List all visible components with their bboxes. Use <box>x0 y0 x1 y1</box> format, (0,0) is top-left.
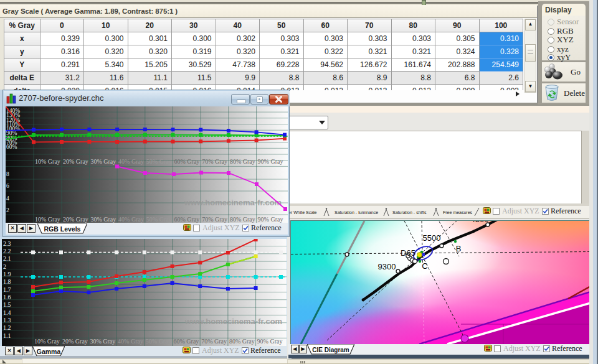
svg-text:10% Gray: 10% Gray <box>35 158 60 165</box>
svg-text:50% Gray: 50% Gray <box>146 158 172 165</box>
svg-text:2.2: 2.2 <box>3 248 11 254</box>
svg-text:CIE Diagram: CIE Diagram <box>312 347 349 353</box>
svg-text:80% Gray: 80% Gray <box>230 216 255 223</box>
svg-text:B: B <box>456 244 462 253</box>
svg-text:2.1: 2.1 <box>3 255 11 262</box>
svg-text:1.5: 1.5 <box>3 301 11 308</box>
svg-text:1.2: 1.2 <box>3 324 11 331</box>
svg-text:30% Gray: 30% Gray <box>90 338 115 345</box>
svg-text:60%: 60% <box>6 144 17 150</box>
svg-text:2.3: 2.3 <box>3 240 11 247</box>
svg-text:40% Gray: 40% Gray <box>118 338 143 345</box>
svg-text:60% Gray: 60% Gray <box>174 216 200 223</box>
svg-text:1.1: 1.1 <box>3 332 11 339</box>
svg-text:60% Gray: 60% Gray <box>174 338 199 345</box>
svg-text:www.homecinema-fr.com: www.homecinema-fr.com <box>184 317 282 326</box>
svg-text:8: 8 <box>6 171 9 177</box>
svg-text:2: 2 <box>6 207 9 213</box>
svg-text:40% Gray: 40% Gray <box>118 216 144 223</box>
svg-text:9300: 9300 <box>378 262 396 271</box>
svg-text:50% Gray: 50% Gray <box>146 338 171 345</box>
svg-text:90% Gray: 90% Gray <box>257 338 283 345</box>
svg-text:20% Gray: 20% Gray <box>63 216 88 223</box>
svg-text:1.4: 1.4 <box>3 309 11 316</box>
svg-text:1.8: 1.8 <box>3 278 11 285</box>
svg-text:6: 6 <box>6 183 9 189</box>
svg-text:C: C <box>422 261 427 271</box>
svg-text:4500: 4500 <box>471 221 489 224</box>
svg-text:30% Gray: 30% Gray <box>90 216 116 223</box>
svg-text:30% Gray: 30% Gray <box>90 158 116 165</box>
svg-text:70% Gray: 70% Gray <box>201 338 227 345</box>
svg-text:1.3: 1.3 <box>3 317 11 324</box>
svg-text:RGB Levels: RGB Levels <box>44 225 81 233</box>
svg-text:5500: 5500 <box>423 233 441 243</box>
svg-text:D65: D65 <box>401 248 415 258</box>
svg-text:2: 2 <box>3 263 6 270</box>
svg-text:1.7: 1.7 <box>3 286 11 293</box>
svg-text:70% Gray: 70% Gray <box>202 158 227 165</box>
svg-text:90% Gray: 90% Gray <box>258 216 283 223</box>
svg-text:1.6: 1.6 <box>3 294 11 301</box>
svg-text:10% Gray: 10% Gray <box>34 338 60 345</box>
svg-text:www.homecinema-fr.com: www.homecinema-fr.com <box>184 198 282 207</box>
svg-text:1.9: 1.9 <box>3 271 11 278</box>
svg-text:20% Gray: 20% Gray <box>62 338 88 345</box>
svg-text:20% Gray: 20% Gray <box>63 158 88 165</box>
svg-text:90% Gray: 90% Gray <box>258 158 283 165</box>
svg-text:10% Gray: 10% Gray <box>35 216 60 223</box>
svg-text:Gamma: Gamma <box>37 348 61 355</box>
svg-text:60% Gray: 60% Gray <box>174 158 200 165</box>
svg-text:40% Gray: 40% Gray <box>118 158 144 165</box>
svg-text:80% Gray: 80% Gray <box>230 158 255 165</box>
svg-text:80% Gray: 80% Gray <box>229 338 255 345</box>
svg-text:4: 4 <box>6 195 9 202</box>
svg-text:50% Gray: 50% Gray <box>146 216 172 223</box>
svg-text:70% Gray: 70% Gray <box>202 216 227 223</box>
